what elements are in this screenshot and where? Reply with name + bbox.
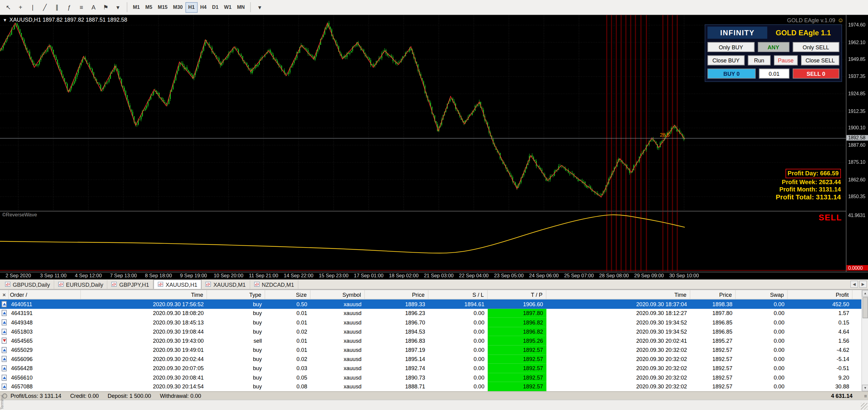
timeframe-mn[interactable]: MN — [234, 2, 248, 12]
column-header-swap[interactable]: Swap — [736, 290, 788, 299]
price-tick: 1912.35 — [848, 108, 866, 114]
tab-gbpusd-daily[interactable]: GBPUSD,Daily — [1, 280, 55, 289]
price-tick: 1900.10 — [848, 125, 866, 131]
subwindow-max-label: 41.9631 — [848, 213, 866, 218]
timeframe-m30[interactable]: M30 — [170, 2, 185, 12]
cursor-icon[interactable]: ↖ — [2, 2, 14, 12]
column-header-time[interactable]: Time — [547, 290, 690, 299]
tab-xauusd-h1[interactable]: XAUUSD,H1 — [153, 279, 202, 289]
time-tick: 25 Sep 07:00 — [564, 273, 594, 278]
cell-open-time: 2020.09.30 19:43:00 — [81, 336, 207, 345]
buy-counter-button[interactable]: BUY 0 — [708, 68, 756, 78]
time-tick: 30 Sep 10:00 — [669, 273, 699, 278]
text-icon[interactable]: A — [87, 2, 99, 12]
cell-symbol: xauusd — [311, 318, 365, 327]
objects-dropdown-icon[interactable]: ▾ — [112, 2, 124, 12]
cell-profit: 1.56 — [787, 336, 852, 345]
column-header-price[interactable]: Price — [365, 290, 428, 299]
column-header-size[interactable]: Size — [265, 290, 311, 299]
column-header-s-l[interactable]: S / L — [428, 290, 488, 299]
buy-order-icon — [2, 374, 6, 380]
collapse-icon[interactable]: ▼ — [3, 18, 7, 23]
timeframe-w1[interactable]: W1 — [221, 2, 235, 12]
timeframe-m5[interactable]: M5 — [143, 2, 155, 12]
arrows-flag-icon[interactable]: ⚑ — [99, 2, 112, 12]
column-header-price[interactable]: Price — [690, 290, 736, 299]
column-header-order[interactable]: Order / — [9, 290, 81, 299]
tab-scroll-left-icon[interactable]: ◀ — [850, 281, 858, 288]
scrollbar-thumb[interactable] — [863, 297, 868, 318]
scroll-down-icon[interactable]: ▼ — [862, 385, 868, 391]
table-row[interactable]: 46493482020.09.30 18:45:13buy0.01xauusd1… — [0, 318, 868, 327]
cell-order: 4655029 — [9, 345, 81, 355]
only-sell-button[interactable]: Only SELL — [793, 42, 839, 52]
resize-grip[interactable] — [861, 403, 867, 410]
table-row[interactable]: 46564282020.09.30 20:07:05buy0.03xauusd1… — [0, 364, 868, 373]
cell-type: buy — [207, 299, 265, 309]
table-row[interactable]: 46431912020.09.30 18:08:20buy0.01xauusd1… — [0, 309, 868, 318]
timeframe-m1[interactable]: M1 — [130, 2, 143, 12]
timeframe-h4[interactable]: H4 — [197, 2, 209, 12]
table-row[interactable]: 46566102020.09.30 20:08:41buy0.05xauusd1… — [0, 373, 868, 382]
pause-button[interactable]: Pause — [774, 55, 798, 65]
buy-order-icon — [2, 347, 6, 353]
column-header-type[interactable]: Type — [207, 290, 265, 299]
cell-order: 4656096 — [9, 355, 81, 364]
cell-type: buy — [207, 382, 265, 391]
table-row[interactable]: 46550292020.09.30 19:49:01buy0.01xauusd1… — [0, 345, 868, 355]
cell-open-time: 2020.09.30 20:14:54 — [81, 382, 207, 391]
tab-xauusd-m1[interactable]: XAUUSD,M1 — [202, 280, 250, 289]
column-header-t-p[interactable]: T / P — [488, 290, 547, 299]
column-header-time[interactable]: Time — [81, 290, 207, 299]
equidistant-channel-icon[interactable]: ∥ — [51, 2, 63, 12]
time-axis[interactable]: 2 Sep 20203 Sep 11:004 Sep 12:007 Sep 13… — [0, 272, 868, 279]
any-mode-button[interactable]: ANY — [757, 42, 789, 52]
scroll-up-icon[interactable]: ▲ — [862, 290, 868, 297]
timeframe-h1[interactable]: H1 — [185, 2, 197, 12]
sell-counter-button[interactable]: SELL 0 — [793, 68, 839, 78]
indicator-subwindow[interactable]: ©ReverseWave SELL — [0, 212, 846, 271]
cell-open-price: 1890.73 — [365, 373, 428, 382]
table-row[interactable]: 46518032020.09.30 19:08:44buy0.02xauusd1… — [0, 327, 868, 336]
vertical-line-icon[interactable]: | — [27, 2, 39, 12]
smiley-icon[interactable]: ☺ — [838, 17, 844, 24]
tab-nzdcad-m1[interactable]: NZDCAD,M1 — [250, 280, 299, 289]
cell-open-time: 2020.09.30 20:02:44 — [81, 355, 207, 364]
close-buy-button[interactable]: Close BUY — [708, 55, 745, 65]
tab-gbpjpy-h1[interactable]: GBPJPY,H1 — [108, 280, 153, 289]
table-row[interactable]: 46570882020.09.30 20:14:54buy0.08xauusd1… — [0, 382, 868, 391]
grid-icon[interactable]: ≡ — [864, 393, 867, 399]
cell-close-time: 2020.09.30 18:12:27 — [547, 309, 690, 318]
trendline-icon[interactable]: ╱ — [39, 2, 51, 12]
table-row[interactable]: 46405112020.09.30 17:56:52buy0.50xauusd1… — [0, 299, 868, 309]
table-row[interactable]: 46545652020.09.30 19:43:00sell0.01xauusd… — [0, 336, 868, 345]
buy-order-icon — [2, 356, 6, 362]
lot-size-field[interactable]: 0.01 — [759, 68, 789, 78]
fibonacci-icon[interactable]: ƒ — [63, 2, 75, 12]
cell-sl: 0.00 — [428, 373, 488, 382]
close-sell-button[interactable]: Close SELL — [801, 55, 839, 65]
terminal-close-button[interactable]: × — [0, 290, 9, 299]
balance-part: Credit: 0.00 — [70, 393, 99, 399]
timeframe-m15[interactable]: M15 — [155, 2, 170, 12]
tab-label: GBPJPY,H1 — [119, 282, 149, 288]
time-tick: 7 Sep 13:00 — [110, 273, 137, 278]
balance-row: Profit/Loss: 3 131.14Credit: 0.00Deposit… — [0, 391, 868, 400]
column-header-symbol[interactable]: Symbol — [311, 290, 365, 299]
horizontal-levels-icon[interactable]: ≡ — [75, 2, 87, 12]
tab-scroll-right-icon[interactable]: ▶ — [859, 281, 867, 288]
tab-eurusd-daily[interactable]: EURUSD,Daily — [55, 280, 108, 289]
order-type-icon-cell — [0, 355, 9, 364]
table-row[interactable]: 46560962020.09.30 20:02:44buy0.02xauusd1… — [0, 355, 868, 364]
run-button[interactable]: Run — [748, 55, 770, 65]
column-header-profit[interactable]: Profit — [787, 290, 852, 299]
indicator-copyright: ©ReverseWave — [2, 212, 37, 217]
toolbar-more-dropdown-icon[interactable]: ▾ — [254, 2, 266, 12]
timeframe-d1[interactable]: D1 — [209, 2, 221, 12]
only-buy-button[interactable]: Only BUY — [708, 42, 754, 52]
crosshair-icon[interactable]: + — [14, 2, 27, 12]
terminal-scrollbar[interactable]: ▲ ▼ — [861, 290, 868, 391]
chart-window[interactable]: ▼XAUUSD,H1 1897.82 1897.82 1887.51 1892.… — [0, 15, 868, 279]
cell-open-price: 1896.23 — [365, 309, 428, 318]
price-axis[interactable]: 1974.601962.101949.851937.351924.851912.… — [846, 15, 868, 272]
